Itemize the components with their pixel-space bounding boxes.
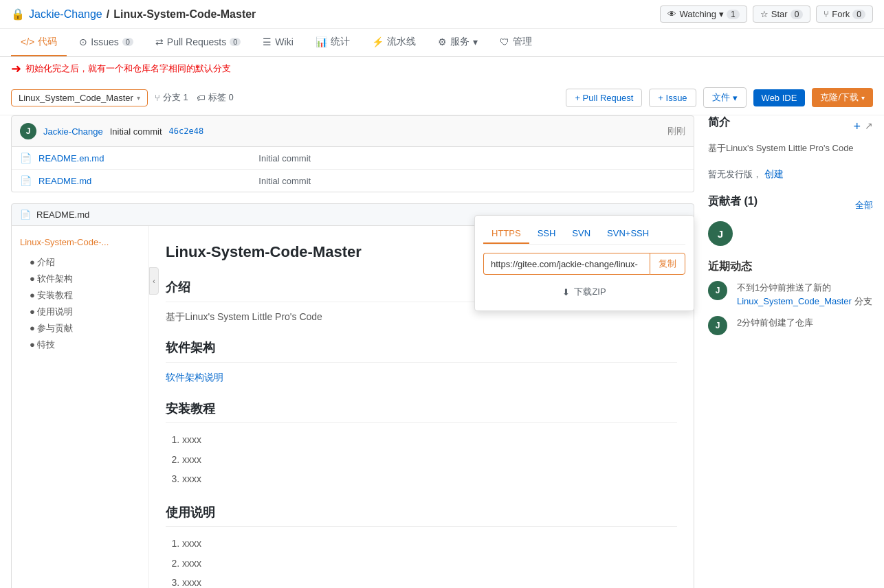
branch-name: Linux_System_Code_Master <box>19 93 133 103</box>
clone-tab-https[interactable]: HTTPS <box>483 224 529 244</box>
activity-item: J 不到1分钟前推送了新的 Linux_System_Code_Master 分… <box>708 281 873 308</box>
tab-stats-label: 统计 <box>331 36 350 48</box>
contributor-avatar[interactable]: J <box>708 221 733 246</box>
tab-pipeline[interactable]: ⚡ 流水线 <box>362 29 426 56</box>
sidebar-contributors-section: 贡献者 (1) 全部 J <box>708 194 873 246</box>
tab-issues[interactable]: ⊙ Issues 0 <box>69 30 143 56</box>
repo-owner-link[interactable]: Jackie-Change <box>29 8 102 21</box>
issue-button[interactable]: + Issue <box>649 89 696 107</box>
contributors-title: 贡献者 (1) <box>708 194 758 209</box>
list-item: xxxx <box>182 554 677 573</box>
clone-dropdown: HTTPS SSH SVN SVN+SSH 复制 ⬇ 下载ZIP <box>474 215 694 311</box>
activity-item: J 2分钟前创建了仓库 <box>708 316 873 335</box>
tab-pull-requests[interactable]: ⇄ Pull Requests 0 <box>146 30 251 56</box>
clone-copy-button[interactable]: 复制 <box>650 253 685 275</box>
annotation-bar: ➜ 初始化完之后，就有一个和仓库名字相同的默认分支 <box>0 57 884 80</box>
activity-title: 近期动态 <box>708 260 873 274</box>
toc-item-arch[interactable]: ● 软件架构 <box>20 271 140 287</box>
list-item: xxxx <box>182 469 677 488</box>
toc-item-usage[interactable]: ● 使用说明 <box>20 304 140 320</box>
pr-badge: 0 <box>230 38 241 46</box>
commit-hash[interactable]: 46c2e48 <box>169 126 204 136</box>
activity-avatar: J <box>708 316 727 335</box>
sidebar-release-section: 暂无发行版， 创建 <box>708 168 873 181</box>
watch-dropdown-icon: ▾ <box>719 9 724 19</box>
list-item: xxxx <box>182 534 677 553</box>
activity-link-0[interactable]: Linux_System_Code_Master <box>737 296 852 306</box>
release-text: 暂无发行版， <box>708 169 762 179</box>
watch-button[interactable]: 👁 Watching ▾ 1 <box>660 5 747 23</box>
file-name[interactable]: README.en.md <box>38 153 252 163</box>
clone-url-input[interactable] <box>483 253 650 275</box>
table-row: 📄 README.en.md Initial commit <box>12 147 694 170</box>
toc-item-intro[interactable]: ● 介绍 <box>20 254 140 271</box>
toc-item-tricks[interactable]: ● 特技 <box>20 337 140 353</box>
tab-services[interactable]: ⚙ 服务 ▾ <box>428 29 487 56</box>
lock-icon: 🔒 <box>11 8 25 21</box>
readme-title: README.md <box>36 210 89 220</box>
tag-count: 🏷 标签 0 <box>197 91 234 104</box>
file-commit-msg: Initial commit <box>258 153 685 163</box>
clone-tabs: HTTPS SSH SVN SVN+SSH <box>483 224 685 245</box>
activity-text-1: 2分钟前创建了仓库 <box>737 316 813 330</box>
list-item: xxxx <box>182 573 677 588</box>
commit-author-avatar: J <box>20 123 36 139</box>
file-icon: 📄 <box>20 175 32 186</box>
tab-pr-label: Pull Requests <box>167 36 226 47</box>
code-icon: </> <box>21 36 34 47</box>
clone-btn-label: 克隆/下载 <box>820 91 859 104</box>
fork-icon: ⑂ <box>824 9 829 19</box>
readme-intro-text: 基于Linux's System Little Pro's Code <box>166 309 677 324</box>
star-label: Star <box>771 9 788 19</box>
tab-code[interactable]: </> 代码 <box>11 29 67 56</box>
file-name[interactable]: README.md <box>38 176 252 186</box>
tab-stats[interactable]: 📊 统计 <box>306 29 360 56</box>
readme-arch-link[interactable]: 软件架构说明 <box>166 372 223 383</box>
tab-admin[interactable]: 🛡 管理 <box>490 29 542 56</box>
repo-toolbar: Linux_System_Code_Master ▾ ⑂ 分支 1 🏷 标签 0… <box>0 80 884 115</box>
tab-wiki[interactable]: ☰ Wiki <box>253 30 302 56</box>
clone-download-button[interactable]: 克隆/下载 ▾ <box>812 88 873 107</box>
toc-main-item[interactable]: Linux-System-Code-... <box>20 237 140 247</box>
admin-icon: 🛡 <box>500 36 509 47</box>
star-button[interactable]: ☆ Star 0 <box>753 5 811 23</box>
clone-chevron-icon: ▾ <box>861 94 865 102</box>
nav-tabs: </> 代码 ⊙ Issues 0 ⇄ Pull Requests 0 ☰ Wi… <box>0 29 884 57</box>
pull-request-button[interactable]: + Pull Request <box>566 89 642 107</box>
wiki-icon: ☰ <box>263 36 272 47</box>
readme-section-install: 安装教程 <box>166 399 677 424</box>
download-zip-button[interactable]: ⬇ 下载ZIP <box>483 282 685 302</box>
star-icon: ☆ <box>760 9 769 19</box>
services-dropdown-icon: ▾ <box>473 36 478 47</box>
contributors-all-link[interactable]: 全部 <box>855 199 873 212</box>
toc-collapse-button[interactable]: ‹ <box>149 267 159 295</box>
tab-wiki-label: Wiki <box>275 36 293 47</box>
issues-icon: ⊙ <box>79 36 87 47</box>
branch-selector[interactable]: Linux_System_Code_Master ▾ <box>11 89 148 106</box>
toc-item-contribute[interactable]: ● 参与贡献 <box>20 320 140 337</box>
clone-tab-svn[interactable]: SVN <box>564 224 599 244</box>
branch-count: ⑂ 分支 1 <box>155 91 188 104</box>
clone-tab-svnplusssh[interactable]: SVN+SSH <box>599 224 657 244</box>
commit-author-name[interactable]: Jackie-Change <box>43 126 103 137</box>
sidebar-add-button[interactable]: + <box>853 120 861 133</box>
create-release-link[interactable]: 创建 <box>764 168 784 179</box>
repo-meta: ⑂ 分支 1 🏷 标签 0 <box>155 91 234 104</box>
pipeline-icon: ⚡ <box>372 36 384 47</box>
contributors-header: 贡献者 (1) 全部 <box>708 194 873 216</box>
file-button[interactable]: 文件 ▾ <box>703 87 747 108</box>
readme-file-icon: 📄 <box>20 210 31 220</box>
tab-pipeline-label: 流水线 <box>387 36 416 48</box>
download-icon: ⬇ <box>562 287 570 297</box>
web-ide-button[interactable]: Web IDE <box>753 89 806 106</box>
tab-services-label: 服务 <box>450 36 469 48</box>
annotation-text: 初始化完之后，就有一个和仓库名字相同的默认分支 <box>25 63 231 75</box>
sidebar-intro-section: 简介 + ↗ 基于Linux's System Little Pro's Cod… <box>708 115 873 155</box>
branch-chevron-icon: ▾ <box>137 94 140 102</box>
toc-item-install[interactable]: ● 安装教程 <box>20 287 140 304</box>
sidebar-external-link-icon[interactable]: ↗ <box>865 120 873 133</box>
sidebar-activity-section: 近期动态 J 不到1分钟前推送了新的 Linux_System_Code_Mas… <box>708 260 873 335</box>
clone-tab-ssh[interactable]: SSH <box>529 224 564 244</box>
fork-button[interactable]: ⑂ Fork 0 <box>816 5 873 23</box>
top-header: 🔒 Jackie-Change / Linux-System-Code-Mast… <box>0 0 884 29</box>
